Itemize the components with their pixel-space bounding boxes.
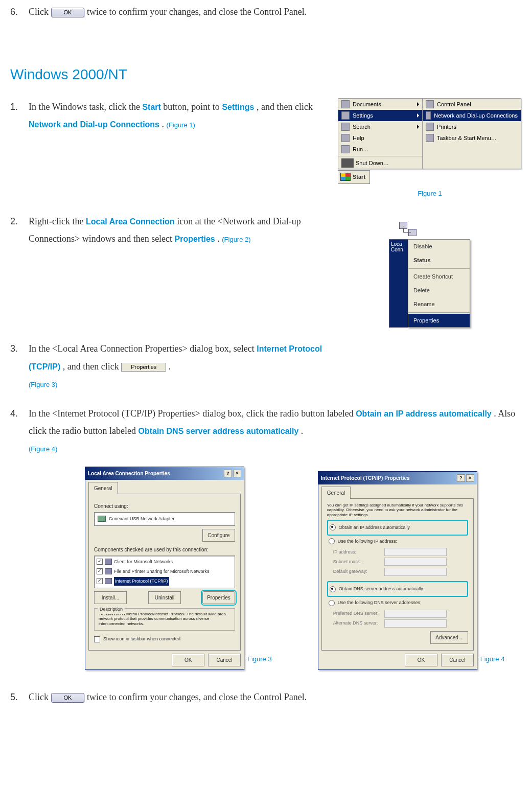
cm-createshortcut[interactable]: Create Shortcut [408,270,470,284]
intro-text: You can get IP settings assigned automat… [327,503,468,518]
description-text: Transmission Control Protocol/Internet P… [99,612,230,627]
obtain-ip-highlight: Obtain an IP address automatically [327,520,468,536]
help-icon[interactable]: ? [224,470,232,477]
step-2: 2. Right-click the Local Area Connection… [10,213,522,328]
properties-button[interactable]: Properties [121,363,166,372]
uninstall-button[interactable]: Uninstall [148,591,181,604]
documents-icon [341,100,350,108]
titlebar: Internet Protocol (TCP/IP) Properties ? … [318,472,477,484]
chevron-right-icon [417,102,419,106]
run-icon [341,145,350,153]
step-4: 4. In the <Internet Protocol (TCP/IP) Pr… [10,405,522,670]
step-3: 3. In the <Local Area Connection Propert… [10,340,522,392]
menu-item[interactable]: Printers [423,121,521,132]
cm-status[interactable]: Status [408,253,470,267]
cm-properties[interactable]: Properties [408,314,470,328]
protocol-icon [105,578,112,584]
controlpanel-icon [426,100,434,108]
settings-icon [341,111,350,120]
step-num: 3. [10,340,18,357]
radio-obtain-dns[interactable]: Obtain DNS server address automatically [330,585,466,593]
menu-item[interactable]: Control Panel [423,99,521,110]
taskbar-icon [426,134,434,142]
install-button[interactable]: Install... [94,591,127,604]
configure-button[interactable]: Configure [202,529,235,542]
menu-item[interactable]: Run… [338,144,422,155]
step-num: 1. [10,98,18,115]
network-icon [426,111,431,120]
cm-disable[interactable]: Disable [408,240,470,253]
radio-icon [330,586,336,592]
list-item[interactable]: ✓Client for Microsoft Networks [96,557,234,567]
subnet-field [384,558,447,566]
obtain-dns-highlight: Obtain DNS server address automatically [327,581,468,597]
close-icon[interactable]: × [466,474,474,482]
separator [408,312,470,313]
ok-button[interactable]: OK [51,693,85,703]
term-obtdns: Obtain DNS server address automatically [138,427,298,435]
preferred-dns-field [384,610,447,618]
windows-logo-icon [340,173,351,181]
term-obtip: Obtain an IP address automatically [356,409,492,418]
figure-1-caption: Figure 1 [338,188,522,200]
radio-use-ip[interactable]: Use the following IP address: [329,537,468,546]
figure-4-caption: Figure 4 [480,653,505,666]
term-lac: Local Area Connection [86,217,175,226]
fig-ref-1: (Figure 1) [167,121,195,129]
ok-button[interactable]: OK [51,8,85,17]
menu-item[interactable]: Search [338,121,422,132]
menu-item[interactable]: Taskbar & Start Menu… [423,132,521,144]
fig-ref-3: (Figure 3) [29,381,57,388]
term-settings: Settings [222,103,254,111]
term-netdial: Network and Dial-up Connections [29,120,159,129]
cancel-button[interactable]: Cancel [441,654,474,666]
cm-rename[interactable]: Rename [408,297,470,311]
menu-item[interactable]: Shut Down… [338,157,422,169]
ok-button[interactable]: OK [405,654,437,666]
show-icon-checkbox[interactable]: Show icon in taskbar when connected [94,635,235,643]
term-properties: Properties [175,235,215,243]
search-icon [341,123,350,131]
help-icon [341,134,350,142]
step-num: 5. [10,688,18,706]
step-1: 1. In the Windows task, click the Start … [10,98,522,200]
close-icon[interactable]: × [233,470,241,477]
term-start: Start [142,103,160,111]
menu-item[interactable]: Documents [338,99,422,110]
connect-using-label: Connect using: [94,501,235,511]
start-button[interactable]: Start [338,170,370,184]
context-menu: Disable Status Create Shortcut Delete Re… [408,239,470,328]
chevron-right-icon [417,125,419,129]
adapter-icon [98,516,106,522]
radio-icon [330,524,336,530]
radio-obtain-ip[interactable]: Obtain an IP address automatically [330,523,466,532]
cancel-button[interactable]: Cancel [208,654,241,666]
list-item-tcpip[interactable]: ✓Internet Protocol (TCP/IP) [96,576,234,586]
step-5: 5. Click OK twice to confirm your change… [10,688,522,706]
step-num: 2. [10,213,18,230]
radio-icon [329,538,335,544]
menu-item[interactable]: Help [338,132,422,144]
radio-use-dns[interactable]: Use the following DNS server addresses: [329,598,468,607]
tab-general[interactable]: General [321,487,351,499]
ip-fields: IP address: Subnet mask: Default gateway… [333,548,468,576]
section-title: Windows 2000/NT [10,66,522,83]
properties-button[interactable]: Properties [202,591,235,604]
step-6: 6. Click OK twice to confirm your change… [10,3,522,20]
ok-button[interactable]: OK [172,654,204,666]
fig-ref-2: (Figure 2) [222,236,250,243]
components-label: Components checked are used by this conn… [94,545,235,554]
components-listbox[interactable]: ✓Client for Microsoft Networks ✓File and… [94,556,235,588]
advanced-button[interactable]: Advanced... [430,631,468,644]
cm-delete[interactable]: Delete [408,284,470,297]
help-icon[interactable]: ? [457,474,465,482]
fileshare-icon [105,568,112,574]
gateway-field [384,568,447,576]
figure-3-dialog: Local Area Connection Properties ? × Gen… [85,467,244,670]
tab-general[interactable]: General [88,482,118,494]
menu-item-settings[interactable]: Settings [338,110,422,121]
adapter-field: Conexant USB Network Adapter [94,512,235,526]
figure-4-dialog: Internet Protocol (TCP/IP) Properties ? … [318,471,477,670]
list-item[interactable]: ✓File and Printer Sharing for Microsoft … [96,567,234,576]
menu-item-netdial[interactable]: Network and Dial-up Connections [423,110,521,121]
